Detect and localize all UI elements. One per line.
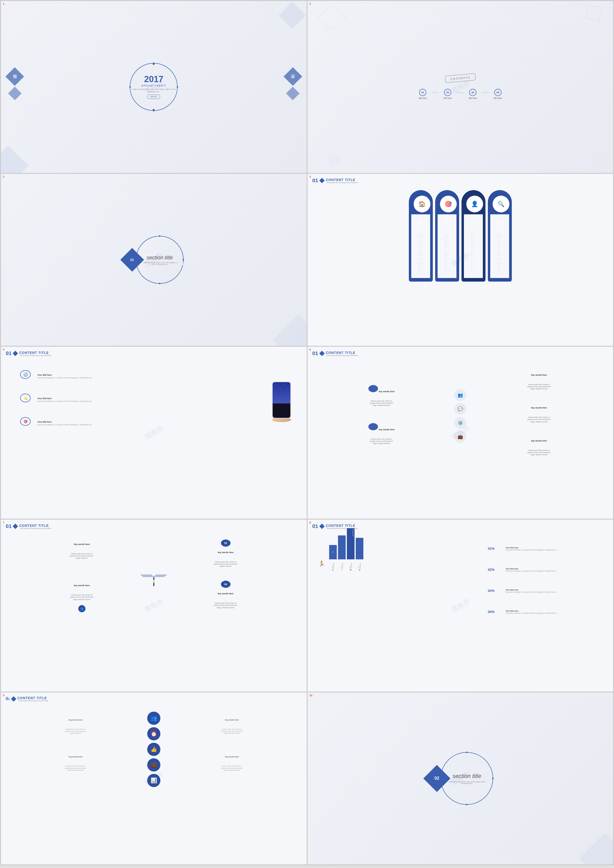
section-sub-10: nullam ac tempor purus, nunc a leo magna… [441, 781, 493, 784]
list-item-5-3: 🎯 Your title here If you were a teardrop… [16, 413, 259, 433]
kw9-right-body-1: vivamus quam dolor, tempor acgravida sit… [177, 725, 287, 738]
kw9-left-1: key words here vivamus quam dolor, tempo… [16, 712, 136, 741]
nav-item-4: 04 title here [494, 89, 502, 99]
content-num-4: 01 [312, 177, 318, 184]
card-body-4: Dream what you want to dream; go where y… [492, 231, 507, 276]
diamond-icon-9 [11, 696, 16, 702]
card-2: 🎯 Title gose here Dream what you want to… [435, 190, 459, 282]
card-4: 🔍 Title gose here Dream what you want to… [488, 190, 512, 282]
diamond-icon-8 [319, 524, 325, 529]
quadrant-title-4: key words here [159, 589, 292, 598]
quadrant-badge-2: 02 [221, 539, 231, 547]
kw9-left-title-1: key words here [20, 715, 131, 725]
nav-label-2: title here [443, 97, 452, 99]
kw-right-body-3: vivamus quam dolor, tempor acgravida sit… [484, 446, 594, 459]
stat-body-2: If you were a teardrop , in my eye, for … [505, 570, 556, 572]
slide-4: 道格亦 4 01 CONTENT TITLE We provide the be… [308, 174, 613, 346]
watermark-char-2: 应 [291, 74, 295, 79]
nav-item-2: 02 title here [443, 89, 452, 99]
content-num-9: 01 [6, 696, 10, 701]
slide5-content: 🔄 Your title here If you were a teardrop… [6, 359, 302, 444]
list-text-5-2: Your title here If you were a teardrop ,… [33, 394, 97, 406]
quadrant-2: 02 key words here vivamus quam dolor, te… [154, 536, 297, 575]
center-icon-2: 💬 [454, 403, 466, 415]
kw-right-body-2: vivamus quam dolor, tempor acgravida sit… [484, 413, 594, 426]
card-icon-2: 🎯 [440, 196, 457, 213]
card-body-2: Dream what you want to dream; go where y… [439, 231, 454, 276]
slide6-content: key words here vivamus quam dolor, tempo… [312, 359, 608, 472]
nav-num-1: 01 [419, 89, 426, 96]
quadrant-3: key words here vivamus quam dolor, tempo… [11, 577, 153, 616]
list-title-5-2: Your title here [37, 397, 92, 400]
card-title-3: Title gose here [466, 216, 481, 230]
card-1: 🏠 Title gose here Dream what you want to… [409, 190, 433, 282]
slide-10: 道格亦 10 02 section title nullam ac tempor… [308, 693, 613, 865]
stat-4: 04% Your title here If you were a teardr… [478, 603, 598, 621]
stat-pct-1: 01% [483, 543, 499, 554]
quadrant-body-1: vivamus quam dolor, tempor acgravida sit… [16, 549, 149, 563]
diamond-icon-6 [319, 351, 325, 356]
quadrant-1: key words here vivamus quam dolor, tempo… [11, 536, 153, 575]
kw-left-1: key words here vivamus quam dolor, tempo… [322, 378, 441, 413]
content-title-6: CONTENT TITLE [326, 351, 358, 355]
quadrant-body-2: vivamus quam dolor, tempor acgravida sit… [159, 557, 292, 571]
kw9-right-body-2: vivamus quam dolor, tempor acgravida sit… [177, 761, 287, 775]
stat-text-1: Your title here If you were a teardrop ,… [501, 543, 561, 554]
kw-dot-2 [368, 423, 378, 430]
slide5-list: 🔄 Your title here If you were a teardrop… [11, 363, 264, 440]
content-header-6: 01 CONTENT TITLE We provide the best way… [312, 350, 608, 357]
list-icon-5-2: 💫 [20, 394, 31, 402]
report-type: annual report [141, 84, 166, 87]
btn-detail[interactable]: 进你详谷 [147, 95, 160, 99]
slide-6: 道格亦 6 01 CONTENT TITLE We provide the be… [308, 347, 613, 519]
content-header-5: 01 CONTENT TITLE We provide the best way… [6, 350, 302, 357]
slide-number-8: 8 [310, 521, 311, 524]
quadrant-body-4: vivamus quam dolor, tempor acgravida sit… [159, 598, 292, 612]
section-title-3: section title [146, 255, 173, 261]
slide6-left: key words here vivamus quam dolor, tempo… [317, 374, 446, 458]
nav-num-4: 04 [494, 89, 501, 96]
kw9-left-title-2: key words here [20, 752, 131, 761]
nav-label-1: title here [419, 97, 427, 99]
watermark-char-1: 指 [13, 74, 17, 79]
stat-pct-4: 04% [483, 606, 499, 617]
content-header-8: 01 CONTENT TITLE We provide the best way… [312, 523, 608, 529]
center-icon-3: ⚙️ [454, 417, 466, 429]
card-icon-4: 🔍 [493, 196, 509, 213]
bar-label-4: your title here [358, 560, 361, 568]
list-body-5-3: If you were a teardrop , in my eye, for … [37, 424, 92, 426]
slide-number-5: 5 [3, 348, 4, 351]
content-num-8: 01 [312, 523, 318, 529]
card-text-3: Title gose here Dream what you want to d… [464, 214, 483, 278]
diamond-icon-4 [319, 178, 325, 183]
nav-divider-3 [482, 92, 489, 93]
slide8-stats: 01% Your title here If you were a teardr… [473, 536, 603, 627]
stat-body-4: If you were a teardrop , in my eye, for … [505, 612, 556, 614]
slide-grid: 道格亦 1 指 应 2017 annual report [0, 0, 614, 865]
nav-divider-2 [457, 92, 464, 93]
stat-text-4: Your title here If you were a teardrop ,… [501, 606, 561, 618]
content-sub-4: We provide the best way to your business… [327, 182, 358, 183]
phone-mockup-container [266, 363, 297, 440]
kw9-right-1: key words here vivamus quam dolor, tempo… [172, 712, 292, 741]
stat-title-2: Your title here [505, 568, 556, 570]
kw-right-title-2: key words here [484, 403, 594, 413]
slide9-center: 👥 ⏰ 👍 💼 📊 [143, 708, 164, 791]
card-body-1: Dream what you want to dream; go where y… [413, 231, 428, 276]
stat-3: 03% Your title here If you were a teardr… [478, 582, 598, 600]
kw-left-body-2: vivamus quam dolor, tempor acgravida sit… [327, 434, 436, 448]
content-sub-7: We provide the best way to your business… [20, 528, 51, 529]
slide7-content: 💡 key words here vivamus quam dolor, tem… [6, 532, 302, 622]
list-body-5-1: If you were a teardrop , in my eye, for … [37, 377, 92, 379]
nav-num-3: 03 [469, 89, 476, 96]
kw9-left-body-1: vivamus quam dolor, tempor acgravida sit… [20, 725, 131, 738]
kw-left-title-1: key words here [327, 382, 436, 396]
content-num-6: 01 [312, 350, 318, 357]
slide-2: 道格亦 2 contents 01 title here 02 title he… [308, 1, 613, 173]
nav-item-1: 01 title here [419, 89, 427, 99]
center-icon9-5: 📊 [147, 774, 160, 787]
nav-item-3: 03 title here [469, 89, 477, 99]
year-text: 2017 [144, 75, 163, 84]
nav-divider-1 [432, 92, 439, 93]
diamond-icon-7 [13, 524, 18, 529]
